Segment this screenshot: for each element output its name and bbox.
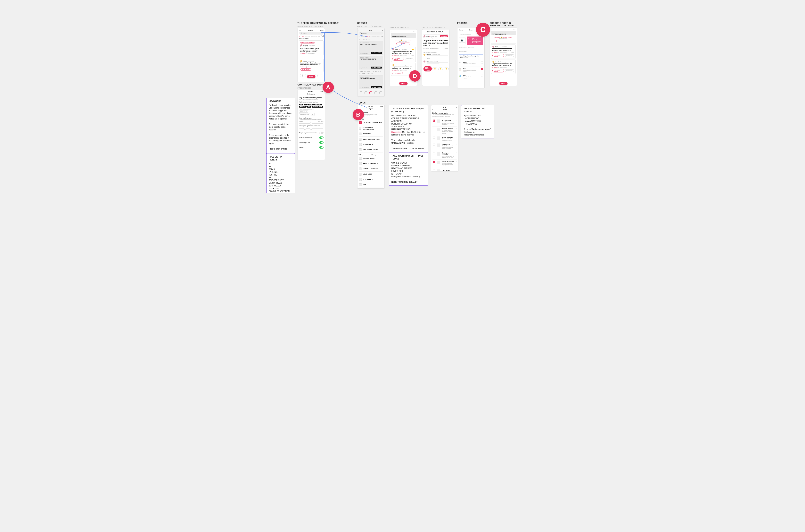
section-title-groups: GROUPS (357, 22, 385, 24)
filter-icon[interactable] (381, 35, 383, 37)
see-previous-link[interactable]: See previous comments... (423, 51, 448, 54)
explore-topic-item[interactable]: PregnancyThe first 9 months of motherhoo… (433, 142, 457, 151)
annotation-ttc: TTC TOPICS TO ADD in 'For you' (COPY TBC… (389, 105, 428, 152)
preferences-phone: •••••9:41 AM100% ‹Preferences Stay in co… (298, 90, 325, 160)
share-icon[interactable]: ⇪ ⋯ (413, 31, 416, 32)
section-title-obscure: OBSCURE POST IN SOME WAY OR LABEL (490, 22, 517, 26)
group-card-2[interactable]: PUBLIC GROUP FERTILITY FIGHTERS 17,245 M… (359, 56, 383, 70)
annotation-filters: FULL LIST OF FILTERS IVFIUISTIMSCYCLINGT… (266, 153, 295, 193)
explore-topic-item[interactable]: MotherhoodFrom diapers to daycare, and e… (433, 118, 457, 127)
marker-d: D (409, 70, 421, 82)
explore-topic-item[interactable]: Health & FitnessHelping you balance well… (433, 160, 457, 168)
obscured-post[interactable]: Nadia ✓ 2 hours ago Anyone else done a t… (491, 44, 516, 59)
marker-a: A (323, 82, 334, 93)
obscured-post-2[interactable]: Michela 2 hours ago Anyone else done a t… (491, 60, 516, 74)
body-input[interactable]: Tell us more! (optional) (459, 45, 483, 50)
section-title-feed: THE FEED (HOMEPAGE BY DEFAULT) (298, 22, 339, 24)
back-icon[interactable]: ‹ (433, 109, 433, 110)
explore-topics-phone: •9:41■ ‹Topics Explore more topics Tap t… (431, 105, 458, 171)
topic-item[interactable]: I'M TRYING TO CONCEIVE (359, 120, 383, 125)
group-post-1[interactable]: Nadia ✓ 2 hours ago ★ Anyone else done a… (391, 47, 416, 62)
feed-phone: •••••9:41 AM100% 🔍 Search MY FEED GROUPS… (298, 28, 325, 82)
explore-topic-item[interactable]: Mama MantrasQuotes and tips from mamas, … (433, 135, 457, 142)
tip-box: TipStart with your images from your Pean… (467, 37, 483, 45)
add-photo-button[interactable]: 📷Add photo (459, 37, 466, 44)
topic-item[interactable]: NATURALLY TRYING (359, 147, 383, 152)
topic-item[interactable]: COPING WITH MISCARRIAGE (359, 125, 383, 131)
back-icon[interactable]: ‹ (491, 29, 492, 30)
annotation-mind: TAKE YOUR MIND OFF THINGS TOPICS WORK & … (389, 152, 428, 186)
section-title-topics: TOPICS (357, 101, 385, 104)
back-icon[interactable]: ‹ (391, 31, 391, 32)
feed-post-2[interactable]: Michela 2 hours ago Anyone else done a t… (299, 59, 324, 72)
topic-item[interactable]: BEAUTY & FASHION (359, 161, 383, 166)
about-button[interactable]: ABOUT (396, 42, 410, 45)
post-option-poll[interactable]: 📊PollShared with all mamas on Peanut (459, 73, 483, 80)
post-option-post[interactable]: 📋PostShared with all mamas on Peanut (459, 67, 483, 73)
topic-item[interactable]: IS IT OKAY...? (359, 177, 383, 182)
been-there-button[interactable]: I'VE BEEN THERE (423, 66, 432, 72)
search-input[interactable]: 🔍 Search (299, 32, 324, 35)
toggle-mamas[interactable] (319, 146, 324, 149)
obscure-phone: ‹⇪ ⋯ MAY TESTING GROUP MEMBER • 🔒 CLOSED… (490, 27, 517, 86)
explore-topic-item[interactable]: Beauty & FashionFrom maternity wear to t… (433, 151, 457, 160)
following-button[interactable]: FOLLOWING (440, 35, 448, 37)
toggle-children[interactable] (319, 136, 324, 139)
years-slider[interactable] (299, 123, 323, 124)
pick-card[interactable]: I'M TRYING TO CONCEIVE Audrey D 2 hours … (299, 40, 324, 55)
group-card-3[interactable]: PUBLIC GROUP MOOD MOTIVATORS 17,245 Memb… (359, 75, 383, 89)
topic-item[interactable]: HEALTH & FITNESS (359, 166, 383, 172)
feed-tabs[interactable]: MY FEED GROUPS TRENDING NEW (299, 35, 324, 37)
share-icon[interactable]: ⇪ ⋯ (513, 29, 516, 30)
marker-c: C (476, 23, 490, 37)
sensitive-option[interactable]: Mark this post sensitive to protect othe… (459, 54, 483, 59)
group-card-1[interactable]: CLOSED GROUP MAY TESTING GROUP 1,254 Mem… (359, 41, 383, 55)
topic-item[interactable]: LOVE & SEX (359, 172, 383, 177)
cancel-button[interactable]: Cancel (459, 29, 463, 31)
post-fab[interactable]: POST (307, 75, 315, 78)
marker-b: B (352, 109, 364, 120)
explore-topic-item[interactable]: Work & MoneyFor talking careers, finance… (433, 127, 457, 135)
toggle-miscarriage[interactable] (319, 141, 324, 144)
groups-tabs[interactable]: MY FEED GROUPS TRENDING NEW (359, 35, 383, 37)
annotation-rules: RULES ON EXISTING TOPICS By Default turn… (461, 105, 494, 138)
search-input[interactable]: 🔍 Search (359, 32, 383, 35)
add-chip-icon[interactable]: ＋ (311, 113, 314, 116)
toggle-pregnancy[interactable] (319, 132, 324, 134)
explore-topic-item[interactable]: Love & SexAll things romance and relatio… (433, 168, 457, 171)
incognito-toggle[interactable]: Post incognito (459, 50, 483, 53)
posting-phone: CancelNew Title or question 📷Add photo T… (457, 28, 485, 88)
post-fab[interactable]: POST (499, 82, 507, 85)
post-fab[interactable]: POST (399, 82, 407, 85)
back-icon[interactable]: ‹ (423, 31, 424, 33)
tab-icon[interactable] (300, 74, 303, 77)
age-slider[interactable] (299, 129, 323, 129)
topic-item[interactable]: SURROGACY (359, 142, 383, 147)
post-option-status[interactable]: ✦StatusShared privately with your connec… (459, 60, 483, 67)
section-title-control: CONTROL WHAT YOU SEE (298, 83, 327, 86)
groups-phone: •9:41■ 🔍 Search MY FEED GROUPS TRENDING … (357, 28, 385, 96)
topic-item[interactable]: WORK & MONEY (359, 156, 383, 161)
peanut-picks-header: Peanut Picks (299, 38, 324, 40)
back-icon[interactable]: ‹ (299, 93, 299, 95)
tab-icon[interactable] (320, 74, 322, 77)
filter-icon[interactable] (321, 35, 324, 37)
ugc-phone: ‹MAY TESTING GROUP Nadia ✓ 2 hours agoFO… (422, 29, 449, 86)
topic-item[interactable]: MVP (359, 182, 383, 187)
topic-item[interactable]: ADOPTION (359, 131, 383, 137)
sub-feed: AGGREGATOR / 1. MY FEED (298, 25, 339, 27)
topic-item[interactable]: DONOR CONCEPTION (359, 137, 383, 142)
